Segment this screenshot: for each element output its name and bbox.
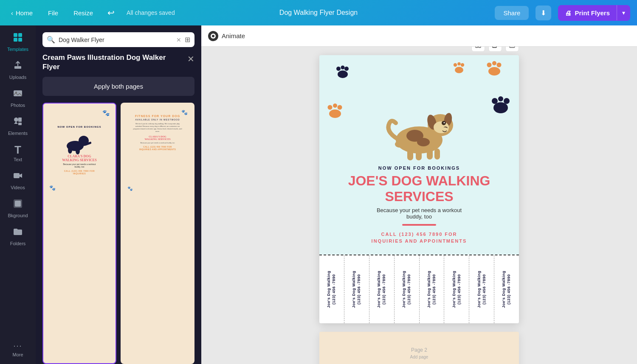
undo-icon: ↩ [107,8,115,17]
sidebar-item-uploads[interactable]: Uploads [3,57,33,83]
svg-point-19 [212,35,214,37]
file-menu[interactable]: File [44,7,62,19]
file-label: File [48,9,58,17]
uploads-label: Uploads [9,75,26,80]
flyer-main-area: NOW OPEN FOR BOOKINGS JOE'S DOG WALKING … [319,55,519,255]
filter-icon[interactable]: ⊞ [185,36,190,44]
sidebar-item-bkground[interactable]: Bkground [3,195,33,221]
sidebar-item-videos[interactable]: Videos [3,167,33,193]
sidebar-item-templates[interactable]: Templates [3,29,33,55]
main-layout: Templates Uploads Photos [0,25,637,364]
svg-rect-3 [18,38,22,42]
svg-point-49 [504,98,510,104]
apply-both-pages-button[interactable]: Apply both pages [42,77,194,96]
flyer-contact-line1: CALL (123) 456 7890 FOR [381,232,457,237]
flyer-title: JOE'S DOG WALKING SERVICES [332,173,506,204]
svg-point-36 [457,62,461,66]
clear-search-icon[interactable]: ✕ [176,36,181,43]
print-button-group: 🖨 Print Flyers ▾ [558,5,630,21]
canvas-toolbar: Animate [201,25,637,47]
flyer-subtitle: Because your pet needs a workout buddy, … [332,207,506,220]
left-sidebar: Templates Uploads Photos [0,25,36,364]
undo-button[interactable]: ↩ [104,5,118,20]
template-card-2[interactable]: FITNESS FOR YOUR DOG AVAILABLE ONLY IN W… [121,103,194,364]
svg-point-34 [455,67,463,73]
template-panel: 🔍 ✕ ⊞ Cream Paws Illustration Dog Walker… [36,25,201,364]
search-input[interactable] [59,36,173,43]
videos-icon [13,171,23,183]
svg-point-40 [492,61,496,65]
svg-point-33 [344,67,349,71]
svg-rect-9 [18,123,22,125]
folders-label: Folders [10,241,26,246]
svg-point-47 [492,98,498,104]
folders-icon [13,227,23,239]
svg-point-16 [76,148,80,154]
document-title: Dog Walking Flyer Design [279,9,358,17]
animate-button[interactable]: Animate [208,31,245,41]
top-bar: ‹ Home File Resize ↩ All changes saved D… [0,0,637,25]
text-label: Text [14,157,22,162]
sidebar-item-more[interactable]: ··· More [3,338,33,361]
svg-rect-1 [18,33,22,37]
svg-rect-12 [15,201,21,207]
templates-grid: NOW OPEN FOR BOOKINGS CLARA'S DOGWALKING… [36,103,201,364]
home-button[interactable]: ‹ Home [7,7,37,19]
sidebar-item-folders[interactable]: Folders [3,223,33,249]
template-title: Cream Paws Illustration Dog Walker Flyer [42,53,178,72]
share-button[interactable]: Share [495,6,529,20]
templates-icon [13,32,23,45]
flyer-contact-line2: INQUIRIES AND APPOINTMENTS [372,238,467,244]
animate-icon [208,31,218,41]
videos-label: Videos [11,185,25,190]
templates-label: Templates [7,47,28,52]
paw-orange-left [324,98,347,123]
add-page-button[interactable] [505,47,519,52]
chevron-left-icon: ‹ [11,9,13,17]
close-panel-button[interactable]: ✕ [187,54,194,64]
svg-point-45 [338,105,342,110]
photos-icon [13,88,23,101]
download-icon: ⬇ [541,9,546,17]
svg-point-31 [336,67,341,71]
flyer-page-2[interactable]: Page 2 Add page [319,332,519,364]
print-button[interactable]: 🖨 Print Flyers [558,5,617,21]
flyer-title-line1: JOE'S DOG WALKING [348,173,490,188]
elements-label: Elements [8,131,28,136]
svg-rect-2 [14,38,17,42]
svg-point-56 [444,122,445,123]
flyer-tagline: NOW OPEN FOR BOOKINGS [332,165,506,171]
svg-rect-22 [476,47,478,48]
flyer-contact: CALL (123) 456 7890 FOR INQUIRIES AND AP… [332,231,506,245]
svg-rect-61 [407,148,413,160]
svg-rect-0 [14,33,17,37]
svg-rect-63 [427,148,433,160]
print-dropdown-button[interactable]: ▾ [617,5,630,20]
canvas-scroll[interactable]: NOW OPEN FOR BOOKINGS JOE'S DOG WALKING … [201,47,637,364]
tear-strip-7: Joe's Dog Walking(123) 456 -7890 [469,255,494,323]
flyer-canvas[interactable]: NOW OPEN FOR BOOKINGS JOE'S DOG WALKING … [319,55,519,323]
sidebar-item-text[interactable]: T Text [3,141,33,165]
svg-point-46 [493,102,508,113]
tear-strip-8: Joe's Dog Walking(123) 456 -7890 [494,255,519,323]
tear-strip-2: Joe's Dog Walking(123) 456 -7890 [344,255,369,323]
resize-label: Resize [73,9,93,17]
page2-placeholder: Page 2 Add page [410,347,428,359]
uploads-icon [13,60,23,73]
copy-button[interactable] [488,47,502,52]
flyer-page-1-wrapper: NOW OPEN FOR BOOKINGS JOE'S DOG WALKING … [319,55,519,323]
panel-header: 🔍 ✕ ⊞ [36,25,201,53]
download-button[interactable]: ⬇ [536,6,551,20]
resize-button[interactable]: Resize [69,7,97,19]
sidebar-item-photos[interactable]: Photos [3,85,33,111]
home-label: Home [16,9,33,17]
paw-orange-topright1 [450,57,468,77]
frame-button[interactable] [471,47,485,52]
template-card-1[interactable]: NOW OPEN FOR BOOKINGS CLARA'S DOGWALKING… [42,103,116,364]
text-icon: T [14,144,21,155]
svg-point-48 [498,96,503,101]
elements-icon [13,116,23,129]
sidebar-item-elements[interactable]: Elements [3,113,33,139]
flyer-subtitle-line1: Because your pet needs a workout [377,207,462,213]
flyer-controls [471,47,519,52]
